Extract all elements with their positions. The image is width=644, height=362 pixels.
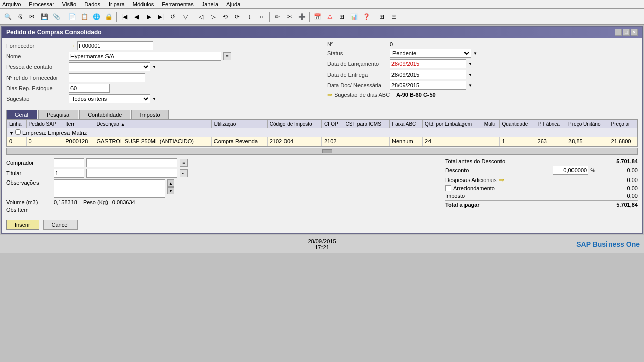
tab-pesquisa[interactable]: Pesquisa [38, 110, 78, 119]
col-descricao: Descrição ▲ [94, 120, 211, 128]
data-entrega-input[interactable] [390, 70, 466, 79]
toolbar-nav-next-btn[interactable]: ▶ [143, 11, 154, 22]
menu-ir-para[interactable]: Ir para [109, 1, 125, 7]
titular-expand-btn[interactable]: ··· [180, 169, 188, 177]
arredondamento-label: Arredondamento [453, 185, 495, 191]
data-doc-input[interactable] [390, 81, 466, 90]
toolbar-calendar-btn[interactable]: 📅 [312, 11, 323, 22]
pessoa-contato-select[interactable] [69, 62, 150, 71]
data-table-container: Linha Pedido SAP Item Descrição ▲ Utiliz… [6, 119, 638, 147]
scroll-thumb[interactable] [322, 149, 332, 153]
bottom-area: Comprador ≡ Titular ··· Observações ▲ ▼ [2, 156, 642, 216]
toolbar-globe-btn[interactable]: 🌐 [91, 11, 102, 22]
table-row: 0 0 P000128 GASTROL SUSP 250ML (ANTIACID… [7, 137, 637, 146]
nome-input[interactable] [69, 52, 221, 61]
menu-processar[interactable]: Processar [29, 1, 54, 7]
toolbar-btn-c[interactable]: ⟲ [220, 11, 231, 22]
observacoes-textarea[interactable] [54, 179, 165, 198]
window-close-btn[interactable]: × [631, 29, 638, 36]
toolbar-btn-a[interactable]: ◁ [195, 11, 206, 22]
toolbar-delete-btn[interactable]: ✂ [284, 11, 295, 22]
toolbar-refresh-btn[interactable]: ↺ [167, 11, 178, 22]
statusbar-date: 28/09/2015 [308, 238, 336, 244]
menu-modulos[interactable]: Módulos [133, 1, 154, 7]
toolbar-lock-btn[interactable]: 🔒 [103, 11, 114, 22]
window-minimize-btn[interactable]: _ [615, 29, 622, 36]
tabs-area: Geral Pesquisa Contabilidade Imposto [2, 107, 642, 119]
toolbar-btn-e[interactable]: ↕ [244, 11, 255, 22]
toolbar-warning-btn[interactable]: ⚠ [324, 11, 335, 22]
comprador-label: Comprador [6, 160, 52, 166]
col-multi: Multi [482, 120, 499, 128]
buttons-area: Inserir Cancel [2, 216, 642, 233]
comprador-input-2[interactable] [86, 158, 177, 167]
menu-ajuda[interactable]: Ajuda [226, 1, 240, 7]
status-select[interactable]: Pendente [390, 49, 471, 58]
toolbar-expand-btn[interactable]: ⊞ [376, 11, 387, 22]
horizontal-scrollbar[interactable] [6, 148, 638, 155]
dias-rep-input[interactable] [69, 84, 110, 93]
toolbar-nav-first-btn[interactable]: |◀ [119, 11, 130, 22]
toolbar-chart-btn[interactable]: 📊 [348, 11, 360, 22]
menu-arquivo[interactable]: Arquivo [2, 1, 21, 7]
toolbar-save-btn[interactable]: 💾 [39, 11, 50, 22]
sugestao-label: Sugestão [6, 96, 67, 102]
fornecedor-input[interactable] [77, 41, 153, 50]
group-expand-icon[interactable]: ▼ [9, 131, 14, 136]
menu-dados[interactable]: Dados [84, 1, 100, 7]
sort-icon: ▲ [121, 122, 125, 127]
window-maximize-btn[interactable]: □ [623, 29, 630, 36]
menu-visao[interactable]: Visão [62, 1, 76, 7]
nome-expand-btn[interactable]: ≡ [223, 52, 231, 60]
cell-descricao: GASTROL SUSP 250ML (ANTIACIDO) [94, 137, 211, 146]
toolbar-paste-btn[interactable]: 📋 [79, 11, 90, 22]
toolbar-filter-btn[interactable]: ▽ [180, 11, 191, 22]
desconto-pct-label: % [590, 167, 595, 173]
sugestao-select[interactable]: Todos os itens [69, 94, 150, 103]
toolbar-new-btn[interactable]: ➕ [296, 11, 307, 22]
main-window: Pedido de Compras Consolidado _ □ × Forn… [1, 26, 643, 234]
toolbar-email-btn[interactable]: ✉ [26, 11, 38, 22]
toolbar-nav-last-btn[interactable]: ▶| [155, 11, 166, 22]
comprador-expand-btn[interactable]: ≡ [180, 159, 188, 167]
tab-imposto[interactable]: Imposto [131, 110, 168, 119]
obs-scroll-down-btn[interactable]: ▼ [167, 187, 174, 194]
tabs-container: Geral Pesquisa Contabilidade Imposto [6, 110, 638, 119]
comprador-input-1[interactable] [54, 158, 84, 167]
arredondamento-row: Arredondamento 0,00 [445, 185, 638, 191]
toolbar-help-btn[interactable]: ❓ [361, 11, 372, 22]
cancel-button[interactable]: Cancel [43, 220, 78, 230]
volume-value: 0,158318 [54, 199, 77, 205]
obs-scroll-up-btn[interactable]: ▲ [167, 179, 174, 187]
obs-item-row: Obs Item [6, 207, 435, 213]
toolbar-search-btn[interactable]: 🔍 [2, 11, 13, 22]
titular-input[interactable] [54, 169, 84, 178]
dias-rep-label: Dias Rep. Estoque [6, 85, 67, 91]
toolbar-btn-f[interactable]: ↔ [256, 11, 267, 22]
group-checkbox[interactable] [15, 129, 21, 135]
menu-janela[interactable]: Janela [202, 1, 218, 7]
toolbar-collapse-btn[interactable]: ⊟ [388, 11, 400, 22]
toolbar-attach-btn[interactable]: 📎 [51, 11, 62, 22]
nref-input[interactable] [69, 73, 145, 82]
toolbar-edit-btn[interactable]: ✏ [272, 11, 283, 22]
inserir-button[interactable]: Inserir [6, 220, 39, 230]
toolbar-btn-d[interactable]: ⟳ [232, 11, 243, 22]
tab-geral[interactable]: Geral [6, 110, 37, 119]
dias-rep-row: Dias Rep. Estoque [6, 84, 317, 93]
toolbar-btn-b[interactable]: ▷ [207, 11, 219, 22]
desconto-input[interactable] [553, 166, 588, 175]
titular-name-input[interactable] [86, 169, 177, 178]
toolbar-print-btn[interactable]: 🖨 [14, 11, 25, 22]
total-antes-row: Total antes do Desconto 5.701,84 [445, 158, 638, 164]
data-lancamento-input[interactable] [390, 59, 466, 68]
tab-contabilidade[interactable]: Contabilidade [79, 110, 130, 119]
toolbar-grid-btn[interactable]: ⊞ [336, 11, 347, 22]
fornecedor-row: Fornecedor → [6, 41, 317, 50]
toolbar-nav-prev-btn[interactable]: ◀ [131, 11, 142, 22]
toolbar-copy-btn[interactable]: 📄 [66, 11, 78, 22]
peso-value: 0,083634 [112, 199, 135, 205]
arredondamento-checkbox[interactable] [445, 185, 451, 191]
menu-ferramentas[interactable]: Ferramentas [162, 1, 193, 7]
nome-row: Nome ≡ [6, 52, 317, 61]
